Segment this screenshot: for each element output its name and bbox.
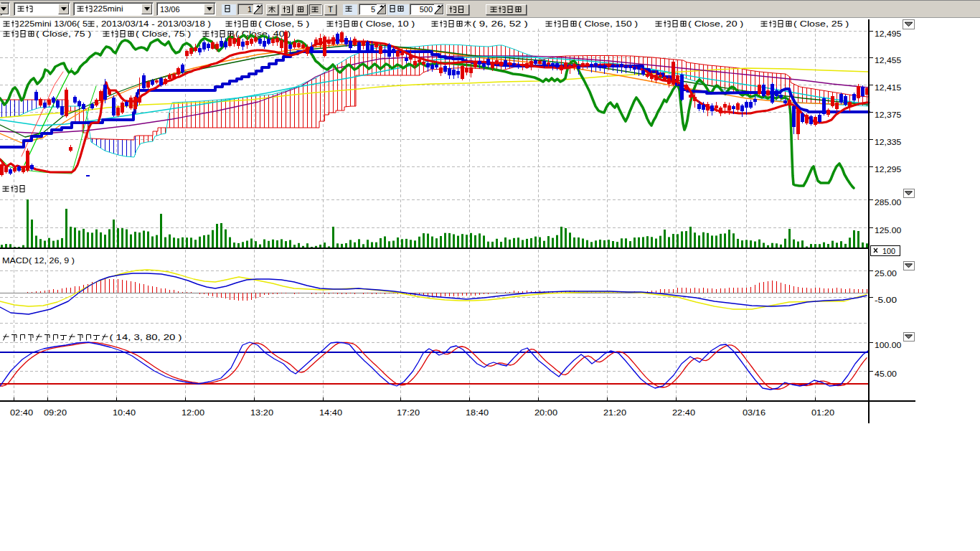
svg-text:17:20: 17:20 bbox=[397, 408, 420, 417]
svg-text:( 9, 26, 52 ): ( 9, 26, 52 ) bbox=[473, 19, 528, 28]
svg-text:( Close, 10 ): ( Close, 10 ) bbox=[359, 19, 415, 28]
svg-text:125.00: 125.00 bbox=[875, 226, 901, 235]
svg-text:02:40: 02:40 bbox=[10, 408, 33, 417]
svg-text:-5.00: -5.00 bbox=[875, 296, 897, 304]
svg-text:12,455: 12,455 bbox=[875, 56, 901, 65]
svg-text:03/16: 03/16 bbox=[743, 408, 765, 417]
svg-text:( 14, 3, 80, 20 ): ( 14, 3, 80, 20 ) bbox=[110, 333, 182, 342]
svg-text:( Close, 75 ): ( Close, 75 ) bbox=[36, 29, 91, 38]
svg-text:285.00: 285.00 bbox=[875, 198, 901, 207]
svg-text:12,375: 12,375 bbox=[875, 110, 901, 119]
svg-text:14:40: 14:40 bbox=[319, 408, 342, 417]
svg-text:25.00: 25.00 bbox=[875, 269, 897, 278]
svg-text:( Close, 20 ): ( Close, 20 ) bbox=[688, 19, 743, 28]
svg-text:09:20: 09:20 bbox=[44, 408, 67, 417]
svg-text:225mini: 225mini bbox=[93, 5, 123, 13]
svg-text:13:20: 13:20 bbox=[250, 408, 273, 417]
svg-text:13/06: 13/06 bbox=[160, 5, 180, 14]
svg-text:20:00: 20:00 bbox=[534, 408, 557, 417]
svg-text:MACD( 12, 26, 9 ): MACD( 12, 26, 9 ) bbox=[2, 256, 75, 265]
svg-text:( Close, 75 ): ( Close, 75 ) bbox=[136, 29, 191, 38]
svg-text:12,295: 12,295 bbox=[875, 165, 901, 174]
svg-text:22:40: 22:40 bbox=[672, 408, 695, 417]
svg-text:( Close, 25 ): ( Close, 25 ) bbox=[793, 19, 849, 28]
svg-text:( Close, 5 ): ( Close, 5 ) bbox=[258, 19, 309, 28]
svg-text:12,495: 12,495 bbox=[875, 29, 901, 38]
svg-text:225mini 13/06( 5: 225mini 13/06( 5 bbox=[19, 19, 88, 28]
svg-text:12,415: 12,415 bbox=[875, 83, 901, 92]
svg-text:100.00: 100.00 bbox=[875, 341, 901, 349]
svg-text:, 2013/03/14 - 2013/03/18 ): , 2013/03/14 - 2013/03/18 ) bbox=[96, 19, 211, 28]
svg-text:18:40: 18:40 bbox=[466, 408, 489, 417]
svg-text:100: 100 bbox=[882, 248, 895, 255]
svg-text:( Close, 150 ): ( Close, 150 ) bbox=[578, 19, 638, 28]
svg-text:12:00: 12:00 bbox=[182, 408, 204, 417]
svg-text:45.00: 45.00 bbox=[875, 369, 897, 378]
svg-text:10:40: 10:40 bbox=[113, 408, 136, 417]
svg-text:01:20: 01:20 bbox=[811, 408, 834, 417]
svg-text:12,335: 12,335 bbox=[875, 138, 901, 146]
svg-text:21:20: 21:20 bbox=[603, 408, 626, 417]
